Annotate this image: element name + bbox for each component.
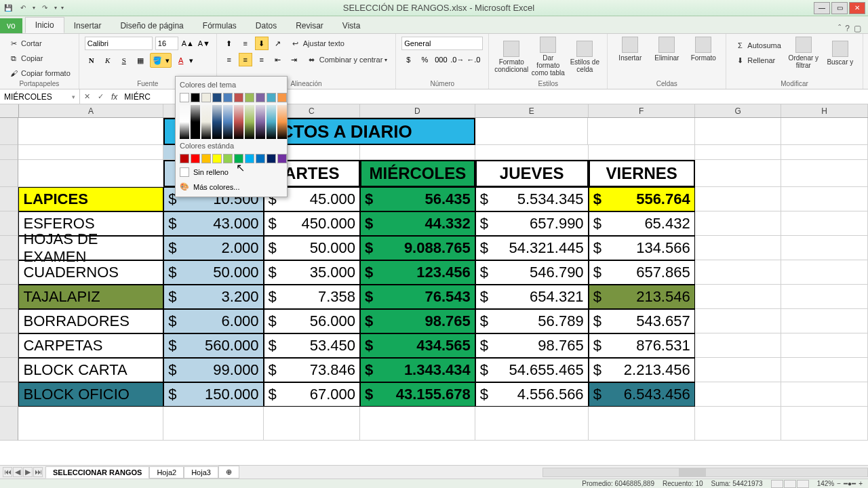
cell-styles-button[interactable]: Estilos de celda xyxy=(568,41,601,73)
cell[interactable] xyxy=(781,118,868,145)
cell[interactable]: $123.456 xyxy=(360,260,475,285)
color-swatch[interactable] xyxy=(201,93,211,102)
cell[interactable] xyxy=(695,333,782,358)
cell[interactable]: $657.990 xyxy=(475,211,589,236)
row-header[interactable] xyxy=(0,358,18,382)
cell[interactable]: $450.000 xyxy=(264,211,360,236)
cell[interactable]: $65.432 xyxy=(589,211,695,236)
color-swatch[interactable] xyxy=(212,154,222,163)
cell[interactable] xyxy=(695,285,782,309)
name-box-dropdown-icon[interactable]: ▾ xyxy=(72,94,75,100)
format-painter-button[interactable]: 🖌Copiar formato xyxy=(5,66,73,80)
cell[interactable] xyxy=(781,211,868,236)
new-sheet-button[interactable]: ⊕ xyxy=(218,466,239,479)
orientation-button[interactable]: ↗ xyxy=(271,37,285,50)
row-header[interactable] xyxy=(0,211,18,236)
cell[interactable]: $56.789 xyxy=(475,309,589,333)
cell[interactable] xyxy=(695,407,782,441)
sort-filter-button[interactable]: Ordenar y filtrar xyxy=(787,37,821,69)
sheet-tab[interactable]: SELECCIONAR RANGOS xyxy=(45,466,149,479)
cell-product-name[interactable]: HOJAS DE EXAMEN xyxy=(18,236,163,260)
normal-view-button[interactable] xyxy=(771,480,783,488)
cell[interactable]: $7.358 xyxy=(264,285,360,309)
cell[interactable]: $35.000 xyxy=(264,260,360,285)
cell[interactable]: $434.565 xyxy=(360,333,475,358)
redo-dropdown-icon[interactable]: ▾ xyxy=(54,5,57,11)
ribbon-options-icon[interactable]: ▢ xyxy=(854,24,861,33)
grow-font-button[interactable]: A▲ xyxy=(181,37,195,50)
cell[interactable]: $1.343.434 xyxy=(360,358,475,382)
cell[interactable]: $560.000 xyxy=(163,333,263,358)
cell[interactable]: $134.566 xyxy=(589,236,695,260)
cut-button[interactable]: ✂Cortar xyxy=(5,37,73,50)
cell[interactable] xyxy=(695,145,782,160)
cell[interactable] xyxy=(781,333,868,358)
cell[interactable] xyxy=(695,309,782,333)
cell[interactable] xyxy=(695,382,782,407)
cell[interactable]: $9.088.765 xyxy=(360,236,475,260)
cell[interactable] xyxy=(781,160,868,187)
cell[interactable]: $43.155.678 xyxy=(360,382,475,407)
merge-center-button[interactable]: ⬌Combinar y centrar▾ xyxy=(304,53,391,66)
color-shade-column[interactable] xyxy=(256,105,265,139)
cell[interactable] xyxy=(781,187,868,211)
cell[interactable]: $56.435 xyxy=(360,187,475,211)
color-swatch[interactable] xyxy=(267,154,276,163)
border-button[interactable]: ▦ xyxy=(134,54,147,67)
tab-diseno[interactable]: Diseño de página xyxy=(111,18,193,33)
cell[interactable] xyxy=(781,236,868,260)
align-right-button[interactable]: ≡ xyxy=(255,53,269,66)
row-header[interactable] xyxy=(0,160,18,187)
font-name-select[interactable] xyxy=(85,37,153,50)
cell[interactable]: $556.764 xyxy=(589,187,695,211)
cell[interactable]: $654.321 xyxy=(475,285,589,309)
cell[interactable]: $150.000 xyxy=(163,382,263,407)
page-break-button[interactable] xyxy=(797,480,809,488)
cell[interactable]: $67.000 xyxy=(264,382,360,407)
cell[interactable] xyxy=(18,118,163,145)
indent-inc-button[interactable]: ⇥ xyxy=(288,53,301,66)
col-header[interactable]: G xyxy=(695,104,782,117)
fill-color-button[interactable]: 🪣▾ xyxy=(150,53,172,68)
cell[interactable]: $6.543.456 xyxy=(589,382,695,407)
format-cells-button[interactable]: Formato xyxy=(686,37,720,62)
row-header[interactable] xyxy=(0,309,18,333)
row-header[interactable] xyxy=(0,285,18,309)
cell[interactable]: $2.000 xyxy=(163,236,263,260)
cell[interactable] xyxy=(781,145,868,160)
color-swatch[interactable] xyxy=(223,154,233,163)
cell-product-name[interactable]: CUADERNOS xyxy=(18,260,163,285)
cell[interactable] xyxy=(18,160,163,187)
cell[interactable]: $50.000 xyxy=(264,236,360,260)
bold-button[interactable]: N xyxy=(85,54,98,67)
shrink-font-button[interactable]: A▼ xyxy=(197,37,211,50)
cell[interactable]: $44.332 xyxy=(360,211,475,236)
zoom-slider[interactable]: ━●━ xyxy=(844,480,856,487)
cell[interactable]: $4.556.566 xyxy=(475,382,589,407)
cell[interactable]: $546.790 xyxy=(475,260,589,285)
fill-button[interactable]: ⬇Rellenar xyxy=(732,54,784,67)
cell[interactable]: $54.655.465 xyxy=(475,358,589,382)
help-icon[interactable]: ? xyxy=(845,24,850,33)
cell[interactable]: $54.321.445 xyxy=(475,236,589,260)
color-swatch[interactable] xyxy=(180,93,189,102)
tab-vista[interactable]: Vista xyxy=(333,18,370,33)
autosum-button[interactable]: ΣAutosuma xyxy=(732,39,784,52)
cell[interactable] xyxy=(695,118,782,145)
color-swatch[interactable] xyxy=(256,154,265,163)
color-swatch[interactable] xyxy=(245,154,254,163)
cell[interactable]: $3.200 xyxy=(163,285,263,309)
undo-dropdown-icon[interactable]: ▾ xyxy=(33,5,35,11)
find-select-button[interactable]: Buscar y xyxy=(823,41,857,66)
tab-insertar[interactable]: Insertar xyxy=(64,18,111,33)
first-sheet-button[interactable]: ⏮ xyxy=(3,467,12,477)
cell[interactable] xyxy=(781,309,868,333)
zoom-in-button[interactable]: + xyxy=(859,480,863,487)
color-shade-column[interactable] xyxy=(201,105,211,139)
cell-header-viernes[interactable]: VIERNES xyxy=(589,160,695,187)
color-swatch[interactable] xyxy=(223,93,233,102)
cell[interactable]: $99.000 xyxy=(163,358,263,382)
col-header[interactable]: H xyxy=(781,104,868,117)
cell[interactable] xyxy=(781,285,868,309)
cell[interactable]: $2.213.456 xyxy=(589,358,695,382)
